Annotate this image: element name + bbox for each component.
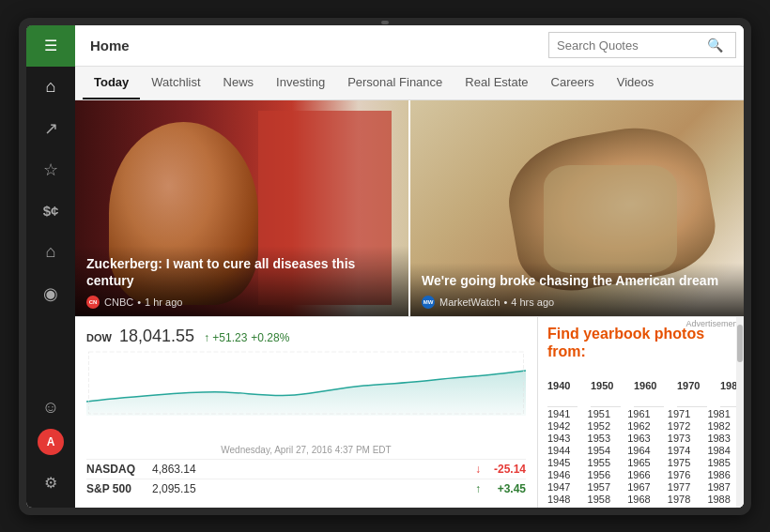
scroll-thumb[interactable]: [737, 325, 743, 362]
search-icon[interactable]: 🔍: [707, 38, 723, 53]
settings-button[interactable]: ⚙: [26, 463, 75, 504]
news-meta-left: CN CNBC • 1 hr ago: [86, 296, 397, 309]
screen: ☰ ⌂ ↗ ☆ $¢ ⌂ ◉ ☺: [26, 25, 744, 508]
chart-section: DOW 18,041.55 ↑ +51.23 +0.28%: [75, 317, 537, 508]
news-meta-right: MW MarketWatch • 4 hrs ago: [422, 296, 732, 309]
page-title: Home: [75, 38, 548, 53]
year-row-4: 1944 1954 1964 1974 1984: [547, 445, 734, 456]
tab-real-estate[interactable]: Real Estate: [454, 66, 539, 99]
ad-section: Advertisement Find yearbook photos from:…: [537, 317, 744, 508]
marketwatch-logo: MW: [422, 296, 435, 309]
news-card-right[interactable]: We're going broke chasing the American d…: [410, 100, 744, 316]
main-content: Home 🔍 Today Watchlist News Investi: [75, 25, 744, 508]
search-box[interactable]: 🔍: [548, 32, 736, 58]
sidebar-item-profile[interactable]: ◉: [26, 273, 75, 314]
year-row-8: 1948 1958 1968 1978 1988: [547, 494, 734, 505]
sidebar-bottom: ☺ A ⚙: [26, 388, 75, 508]
year-row-1: 1941 1951 1961 1971 1981: [547, 408, 734, 419]
avatar[interactable]: A: [38, 429, 64, 455]
sp500-price: 2,095.15: [152, 482, 475, 495]
sidebar-item-realestate[interactable]: ⌂: [26, 232, 75, 273]
sidebar-item-dollar[interactable]: $¢: [26, 190, 75, 232]
dow-chart: [86, 350, 526, 416]
bottom-area: DOW 18,041.55 ↑ +51.23 +0.28%: [75, 316, 744, 508]
home-icon: ⌂: [46, 77, 56, 97]
cnbc-logo: CN: [86, 296, 100, 309]
stock-table: NASDAQ 4,863.14 ↓ -25.14 S&P 500 2,095.1…: [86, 459, 526, 498]
tab-today[interactable]: Today: [83, 66, 140, 99]
header: Home 🔍: [75, 25, 744, 67]
search-input[interactable]: [557, 38, 707, 53]
tab-watchlist[interactable]: Watchlist: [140, 66, 211, 99]
year-header-row: 1940 1950 1960 1970 1980: [547, 366, 734, 407]
sp500-label: S&P 500: [86, 482, 152, 495]
dow-header: DOW 18,041.55 ↑ +51.23 +0.28%: [86, 327, 526, 346]
news-time-right: 4 hrs ago: [511, 296, 554, 308]
hamburger-icon: ☰: [44, 38, 57, 53]
nasdaq-arrow: ↓: [475, 463, 481, 476]
sp500-change: +3.45: [484, 482, 526, 495]
tab-careers[interactable]: Careers: [540, 66, 606, 99]
sidebar-item-trending[interactable]: ↗: [26, 108, 75, 149]
ad-label: Advertisement: [685, 319, 740, 328]
year-row-6: 1946 1956 1966 1976 1986: [547, 469, 734, 480]
scroll-indicator[interactable]: [736, 317, 744, 508]
year-row-7: 1947 1957 1967 1977 1987: [547, 481, 734, 493]
nasdaq-change: -25.14: [484, 463, 526, 476]
smiley-icon: ☺: [42, 398, 59, 418]
dow-change: ↑ +51.23: [204, 331, 247, 344]
sidebar-item-smiley[interactable]: ☺: [26, 388, 75, 429]
year-row-5: 1945 1955 1965 1975 1985: [547, 457, 734, 468]
year-row-3: 1943 1953 1963 1973 1983: [547, 433, 734, 444]
news-card-left[interactable]: Zuckerberg: I want to cure all diseases …: [75, 100, 408, 316]
sidebar-item-home[interactable]: ⌂: [26, 67, 75, 108]
news-time-left: 1 hr ago: [145, 296, 182, 308]
news-grid: Zuckerberg: I want to cure all diseases …: [75, 100, 744, 316]
news-title-right: We're going broke chasing the American d…: [422, 272, 732, 289]
sidebar: ☰ ⌂ ↗ ☆ $¢ ⌂ ◉ ☺: [26, 25, 75, 508]
news-source-left: CNBC: [104, 296, 133, 308]
chart-date: Wednesday, April 27, 2016 4:37 PM EDT: [86, 445, 526, 455]
dow-pct: +0.28%: [251, 331, 289, 344]
settings-icon: ⚙: [44, 474, 57, 492]
dow-label: DOW: [86, 332, 112, 343]
nasdaq-price: 4,863.14: [152, 463, 475, 476]
hamburger-button[interactable]: ☰: [26, 25, 75, 67]
tablet-frame: ☰ ⌂ ↗ ☆ $¢ ⌂ ◉ ☺: [19, 18, 751, 515]
building-icon: ⌂: [46, 242, 56, 262]
tab-personal-finance[interactable]: Personal Finance: [336, 66, 454, 99]
dollar-icon: $¢: [43, 203, 59, 219]
star-icon: ☆: [43, 160, 58, 180]
tab-news[interactable]: News: [212, 66, 266, 99]
sp500-arrow: ↑: [475, 482, 481, 495]
avatar-initials: A: [47, 435, 55, 448]
news-overlay-left: Zuckerberg: I want to cure all diseases …: [75, 246, 408, 315]
year-table: 1940 1950 1960 1970 1980 1941 1951 1961 …: [538, 366, 744, 505]
nasdaq-label: NASDAQ: [86, 463, 152, 476]
tab-videos[interactable]: Videos: [606, 66, 666, 99]
sidebar-item-watchlist[interactable]: ☆: [26, 149, 75, 190]
chart-area: [86, 350, 526, 443]
nasdaq-row[interactable]: NASDAQ 4,863.14 ↓ -25.14: [86, 459, 526, 479]
profile-icon: ◉: [43, 283, 58, 304]
year-row-2: 1942 1952 1962 1972 1982: [547, 420, 734, 432]
trending-icon: ↗: [44, 118, 58, 139]
sp500-row[interactable]: S&P 500 2,095.15 ↑ +3.45: [86, 479, 526, 498]
news-overlay-right: We're going broke chasing the American d…: [410, 263, 744, 315]
news-source-right: MarketWatch: [439, 296, 500, 308]
tab-investing[interactable]: Investing: [265, 66, 336, 99]
news-title-left: Zuckerberg: I want to cure all diseases …: [86, 255, 397, 289]
nav-tabs: Today Watchlist News Investing Personal …: [75, 67, 744, 100]
dow-value: 18,041.55: [119, 327, 194, 346]
